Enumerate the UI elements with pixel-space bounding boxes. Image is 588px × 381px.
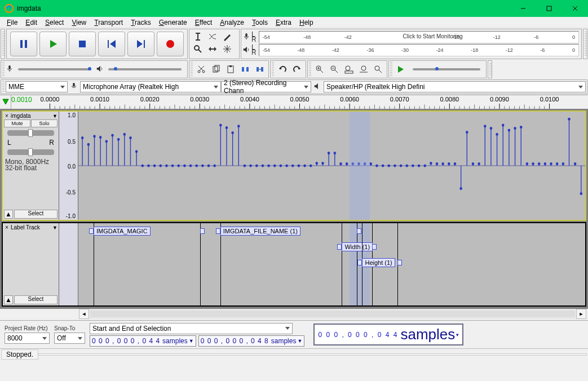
close-button[interactable]: [562, 0, 588, 17]
toolbar-grip[interactable]: [488, 60, 492, 78]
redo-icon[interactable]: [290, 62, 304, 77]
skip-start-button[interactable]: [98, 32, 125, 56]
audio-position-field[interactable]: 0 0 0 , 0 0 0 , 0 4 4samples▾: [313, 324, 463, 345]
pin-icon[interactable]: [2, 99, 9, 105]
toolbar-grip[interactable]: [583, 29, 587, 59]
menu-help[interactable]: Help: [296, 17, 317, 28]
menu-analyze[interactable]: Analyze: [216, 17, 247, 28]
track-close-icon[interactable]: ×: [4, 113, 10, 119]
svg-text:0.0010: 0.0010: [90, 96, 109, 103]
collapse-icon[interactable]: ▲: [4, 295, 13, 304]
zoom-out-icon[interactable]: [327, 62, 342, 77]
solo-button[interactable]: Solo: [31, 119, 58, 127]
maximize-button[interactable]: [536, 0, 562, 17]
recording-device-combo[interactable]: Microphone Array (Realtek High: [80, 81, 221, 92]
playback-device-combo[interactable]: Speaker/HP (Realtek High Defini: [324, 81, 586, 92]
selection-region[interactable]: [350, 112, 370, 220]
audio-host-combo[interactable]: MME: [6, 81, 68, 92]
recording-meter[interactable]: LR -54-48-42-18-12-60 Click to Start Mon…: [241, 29, 582, 59]
fit-project-icon[interactable]: [356, 62, 371, 77]
label-handle[interactable]: [372, 244, 377, 250]
label-region[interactable]: IMGDATA_FILE_NAME (1): [220, 227, 300, 236]
zoom-toggle-icon[interactable]: [371, 62, 386, 77]
trim-icon[interactable]: [238, 62, 253, 77]
project-rate-combo[interactable]: 8000: [5, 333, 50, 344]
label-handle[interactable]: [357, 260, 362, 265]
minimize-button[interactable]: [510, 0, 536, 17]
menu-edit[interactable]: Edit: [22, 17, 41, 28]
menu-extra[interactable]: Extra: [272, 17, 295, 28]
meter-click-to-start[interactable]: Click to Start Monitoring: [403, 33, 463, 39]
scroll-right-icon[interactable]: ►: [576, 309, 586, 319]
playback-volume-slider[interactable]: [108, 68, 182, 70]
label-area[interactable]: IMGDATA_MAGICIMGDATA_FILE_NAME (1)Width …: [78, 223, 585, 305]
copy-icon[interactable]: [209, 62, 223, 77]
toolbar-grip[interactable]: [1, 29, 5, 59]
svg-point-314: [508, 129, 510, 132]
record-button[interactable]: [157, 32, 184, 56]
pan-slider[interactable]: [7, 149, 54, 155]
zoom-in-icon[interactable]: [312, 62, 327, 77]
mute-button[interactable]: Mute: [4, 119, 30, 127]
vertical-ruler[interactable]: 1.0 0.5 0.0 -0.5 -1.0: [59, 112, 78, 220]
playback-speed-slider[interactable]: [413, 68, 480, 70]
speaker-icon: [242, 46, 250, 55]
selection-end-field[interactable]: 0 0 0 , 0 0 0 , 0 4 8samples▼: [198, 335, 305, 347]
label-handle[interactable]: [89, 228, 94, 234]
timeline-ruler[interactable]: 0.0010 0.00000.00100.00200.00300.00400.0…: [0, 95, 588, 109]
skip-end-button[interactable]: [127, 32, 154, 56]
draw-tool-icon[interactable]: [220, 30, 235, 43]
envelope-tool-icon[interactable]: [205, 30, 220, 43]
selection-tool-icon[interactable]: [191, 30, 205, 43]
menu-select[interactable]: Select: [42, 17, 67, 28]
pause-button[interactable]: [10, 32, 37, 56]
menu-view[interactable]: View: [68, 17, 90, 28]
menu-generate[interactable]: Generate: [156, 17, 191, 28]
waveform-display[interactable]: [78, 112, 585, 220]
track-menu-icon[interactable]: ▼: [52, 225, 58, 231]
label-handle[interactable]: [337, 244, 342, 250]
paste-icon[interactable]: [223, 62, 238, 77]
scroll-track[interactable]: [90, 311, 575, 317]
play-button[interactable]: [39, 32, 67, 56]
track-menu-icon[interactable]: ▼: [52, 113, 58, 119]
play-at-speed-icon[interactable]: [394, 62, 408, 77]
recording-channels-combo[interactable]: 2 (Stereo) Recording Chann: [221, 81, 311, 92]
selection-start-field[interactable]: 0 0 0 , 0 0 0 , 0 4 4samples▼: [90, 335, 196, 347]
track-close-icon[interactable]: ×: [4, 225, 10, 231]
selection-mode-combo[interactable]: Start and End of Selection: [90, 323, 293, 334]
stop-button[interactable]: [69, 32, 96, 56]
label-region[interactable]: Height (1): [362, 258, 395, 267]
menu-transport[interactable]: Transport: [91, 17, 126, 28]
track-select-button[interactable]: Select: [14, 295, 58, 304]
svg-point-212: [201, 165, 204, 167]
label-region[interactable]: Width (1): [342, 242, 373, 251]
cut-icon[interactable]: [194, 62, 209, 77]
timeshift-tool-icon[interactable]: [205, 43, 220, 55]
multi-tool-icon[interactable]: [220, 43, 235, 55]
menu-file[interactable]: File: [3, 17, 21, 28]
scroll-left-icon[interactable]: ◄: [79, 309, 89, 319]
track-name[interactable]: Label Track: [11, 224, 51, 231]
collapse-icon[interactable]: ▲: [4, 210, 13, 219]
silence-icon[interactable]: [253, 62, 267, 77]
label-handle[interactable]: [397, 260, 402, 265]
gain-slider[interactable]: [7, 130, 54, 136]
label-handle[interactable]: [216, 228, 220, 234]
horizontal-scroll[interactable]: ◄ ►: [79, 309, 586, 319]
label-region[interactable]: IMGDATA_MAGIC: [94, 227, 151, 236]
menu-tools[interactable]: Tools: [249, 17, 271, 28]
recording-volume-slider[interactable]: [18, 68, 91, 70]
track-name[interactable]: imgdata: [11, 113, 51, 119]
app-icon: [5, 4, 14, 13]
snap-to-combo[interactable]: Off: [54, 333, 85, 344]
speaker-icon: [96, 65, 104, 74]
track-select-button[interactable]: Select: [14, 210, 58, 219]
label-handle[interactable]: [357, 228, 361, 234]
undo-icon[interactable]: [275, 62, 290, 77]
menu-effect[interactable]: Effect: [192, 17, 215, 28]
label-handle[interactable]: [200, 228, 205, 234]
menu-tracks[interactable]: Tracks: [127, 17, 154, 28]
fit-selection-icon[interactable]: [342, 62, 356, 77]
zoom-tool-icon[interactable]: [191, 43, 205, 55]
